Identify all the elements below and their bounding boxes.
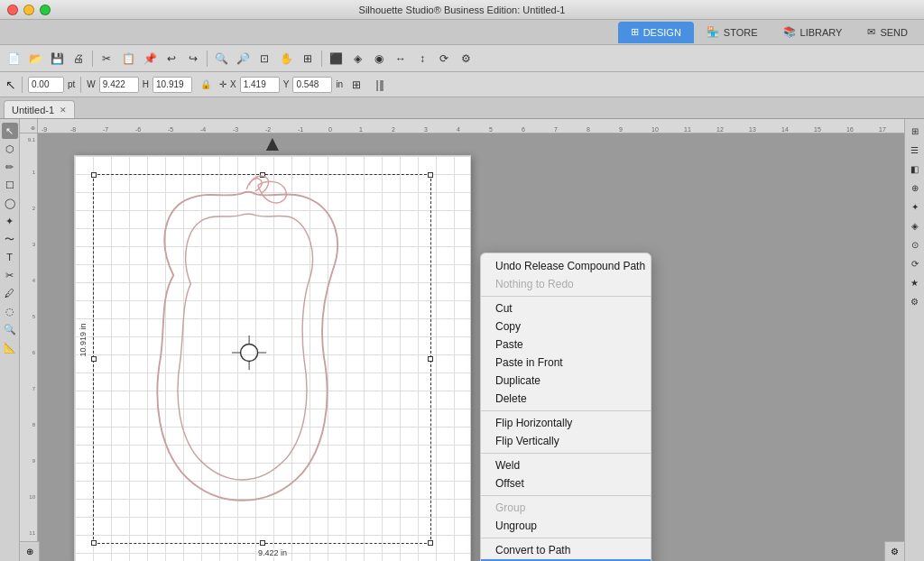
rect-tool[interactable]: ☐ — [2, 177, 18, 193]
menu-weld[interactable]: Weld — [481, 456, 651, 474]
height-input[interactable] — [152, 77, 192, 93]
settings-btn[interactable]: ⊞ — [346, 75, 366, 95]
upload-arrow: ▲ — [262, 131, 283, 156]
close-button[interactable] — [7, 5, 18, 15]
polygon-tool[interactable]: ✦ — [2, 213, 18, 229]
menu-sep-3 — [481, 453, 651, 454]
pan-btn[interactable]: ✋ — [276, 49, 296, 69]
crop-tool[interactable]: ✂ — [2, 267, 18, 283]
print-btn[interactable]: 🖨 — [69, 49, 88, 69]
bottom-right-button[interactable]: ⚙ — [884, 541, 904, 561]
group-btn[interactable]: ◈ — [347, 49, 367, 69]
paste-btn[interactable]: 📌 — [140, 49, 160, 69]
design-icon: ⊞ — [631, 26, 639, 38]
pen-tool[interactable]: 🖊 — [2, 285, 18, 301]
zoom-out-btn[interactable]: 🔍 — [211, 49, 231, 69]
doc-tab-untitled[interactable]: Untitled-1 ✕ — [4, 100, 75, 118]
menu-convert-to-path[interactable]: Convert to Path — [481, 541, 651, 559]
zoom-in-btn[interactable]: 🔎 — [233, 49, 253, 69]
tab-library[interactable]: 📚 LIBRARY — [771, 22, 855, 43]
doc-tab-close-icon[interactable]: ✕ — [60, 106, 67, 115]
right-settings-btn[interactable]: ⚙ — [907, 293, 923, 309]
save-btn[interactable]: 💾 — [47, 49, 67, 69]
align-btn[interactable]: ⬛ — [326, 49, 346, 69]
right-transform-btn[interactable]: ⊕ — [907, 179, 923, 196]
measure-tool[interactable]: 📐 — [2, 339, 18, 355]
flip-v-btn[interactable]: ↕ — [412, 49, 432, 69]
pumpkin-svg — [97, 172, 404, 533]
menu-undo-release-compound-path[interactable]: Undo Release Compound Path — [481, 257, 651, 275]
arrange-btn[interactable]: ⚙ — [456, 49, 476, 69]
new-btn[interactable]: 📄 — [4, 49, 23, 69]
right-star-btn[interactable]: ★ — [907, 274, 923, 290]
right-grid-btn[interactable]: ⊞ — [907, 123, 923, 139]
minimize-button[interactable] — [23, 5, 34, 15]
select-tool[interactable]: ↖ — [2, 123, 18, 139]
width-dimension-label: 9.422 in — [258, 548, 287, 557]
right-repeat-btn[interactable]: ⟳ — [907, 255, 923, 271]
right-fill-btn[interactable]: ◈ — [907, 217, 923, 234]
tab-design[interactable]: ⊞ DESIGN — [618, 22, 694, 43]
node-tool[interactable]: ⬡ — [2, 141, 18, 157]
ellipse-tool[interactable]: ◯ — [2, 195, 18, 211]
menu-delete[interactable]: Delete — [481, 390, 651, 408]
title-bar: Silhouette Studio® Business Edition: Unt… — [0, 0, 924, 20]
handle-top-left[interactable] — [91, 172, 97, 178]
menu-duplicate[interactable]: Duplicate — [481, 372, 651, 390]
menu-copy[interactable]: Copy — [481, 317, 651, 336]
menu-offset[interactable]: Offset — [481, 474, 651, 492]
y-input[interactable] — [292, 77, 332, 93]
menu-cut[interactable]: Cut — [481, 299, 651, 317]
tab-store[interactable]: 🏪 STORE — [694, 22, 771, 43]
menu-paste[interactable]: Paste — [481, 336, 651, 354]
menu-ungroup[interactable]: Ungroup — [481, 517, 651, 535]
w-label: W — [87, 79, 95, 89]
handle-bottom-center[interactable] — [260, 540, 265, 546]
copy-btn[interactable]: 📋 — [118, 49, 138, 69]
sep2 — [207, 51, 208, 67]
main-area: ↖ ⬡ ✏ ☐ ◯ ✦ 〜 T ✂ 🖊 ◌ 🔍 📐 ⊕ -9 -8 -7 -6 … — [0, 119, 924, 561]
cut-btn[interactable]: ✂ — [97, 49, 116, 69]
menu-sep-1 — [481, 296, 651, 297]
doc-tab-label: Untitled-1 — [12, 105, 54, 115]
right-layers-btn[interactable]: ☰ — [907, 142, 923, 158]
sep1 — [92, 51, 93, 67]
store-icon: 🏪 — [707, 26, 719, 38]
handle-mid-right[interactable] — [428, 356, 433, 362]
open-btn[interactable]: 📂 — [25, 49, 45, 69]
right-effects-btn[interactable]: ✦ — [907, 198, 923, 215]
text-tool[interactable]: T — [2, 249, 18, 265]
library-icon: 📚 — [783, 26, 796, 38]
stroke-width-input[interactable] — [28, 77, 64, 93]
snap-btn[interactable]: |‖ — [370, 75, 390, 95]
handle-mid-left[interactable] — [91, 356, 97, 362]
path-tool[interactable]: 〜 — [2, 231, 18, 247]
toolbar-row1: 📄 📂 💾 🖨 ✂ 📋 📌 ↩ ↪ 🔍 🔎 ⊡ ✋ ⊞ ⬛ ◈ ◉ ↔ ↕ ⟳ … — [0, 45, 924, 72]
rotate-btn[interactable]: ⟳ — [434, 49, 454, 69]
menu-paste-in-front[interactable]: Paste in Front — [481, 354, 651, 372]
flip-h-btn[interactable]: ↔ — [391, 49, 411, 69]
zoom-tool[interactable]: 🔍 — [2, 321, 18, 337]
ungroup-btn[interactable]: ◉ — [369, 49, 389, 69]
draw-tool[interactable]: ✏ — [2, 159, 18, 175]
right-shadow-btn[interactable]: ⊙ — [907, 236, 923, 253]
tab-send[interactable]: ✉ SEND — [855, 22, 920, 43]
handle-top-right[interactable] — [428, 172, 433, 178]
width-input[interactable] — [99, 77, 139, 93]
menu-flip-vertically[interactable]: Flip Vertically — [481, 432, 651, 450]
handle-bottom-right[interactable] — [428, 540, 433, 546]
zoom-fit-btn[interactable]: ⊡ — [254, 49, 274, 69]
x-input[interactable] — [240, 77, 280, 93]
lock-aspect-btn[interactable]: 🔒 — [196, 75, 216, 95]
redo-btn[interactable]: ↪ — [183, 49, 203, 69]
design-canvas: ▲ — [74, 155, 471, 561]
right-align-btn[interactable]: ◧ — [907, 161, 923, 177]
undo-btn[interactable]: ↩ — [162, 49, 181, 69]
grid-btn[interactable]: ⊞ — [298, 49, 318, 69]
maximize-button[interactable] — [40, 5, 51, 15]
toolbar-row2: ↖ pt W H 🔒 ✛ X Y in ⊞ |‖ — [0, 72, 924, 97]
eraser-tool[interactable]: ◌ — [2, 303, 18, 319]
bottom-left-button[interactable]: ⊕ — [20, 541, 40, 561]
handle-bottom-left[interactable] — [91, 540, 97, 546]
menu-flip-horizontally[interactable]: Flip Horizontally — [481, 414, 651, 432]
